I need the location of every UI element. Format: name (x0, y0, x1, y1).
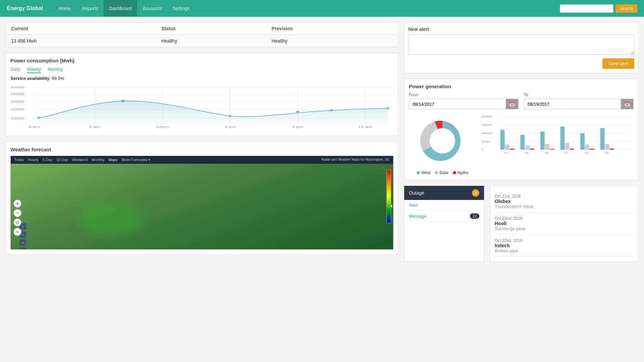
send-alert-button[interactable]: Send alert (602, 58, 634, 69)
svg-text:5000: 5000 (481, 140, 490, 143)
map-locate[interactable]: ⊙ (13, 218, 21, 226)
gen-charts-row: Wind Solar Hydro (409, 114, 634, 175)
to-calendar-button[interactable]: 📅 (621, 99, 633, 109)
svg-text:12 am: 12 am (358, 125, 372, 128)
search-input[interactable] (560, 4, 613, 13)
tab-daily[interactable]: Daily (10, 67, 20, 73)
message-count-badge: 12 (470, 213, 479, 219)
notif-date-0: Oct 21st, 2016 (495, 194, 634, 199)
cell-prevision: Healthy (266, 35, 398, 47)
bar-hydro-17 (570, 149, 574, 150)
date-range-row: From 📅 To 📅 (409, 93, 634, 109)
outage-notifications-row: Outage 3 Alert Message 12 Oct 21st, 2016… (404, 186, 639, 262)
legend-wind: Wind (417, 170, 430, 175)
search-button[interactable]: Search (615, 4, 637, 13)
map-icon-3: 🚗 (19, 239, 26, 246)
weather-map-topbar: Today Hourly 5 Day 10 Day Weekend Monthl… (11, 156, 393, 164)
weather-map-background: Today Hourly 5 Day 10 Day Weekend Monthl… (11, 156, 393, 249)
col-current: Current (6, 22, 156, 35)
bar-wind-14 (500, 130, 505, 150)
new-alert-panel: New alert Send alert (404, 22, 639, 73)
nav-accounts[interactable]: Accounts (137, 0, 167, 17)
tab-monthly[interactable]: Monthly (48, 67, 63, 73)
weather-tab-more[interactable]: More Forecasts ▾ (121, 158, 150, 162)
outage-alert-label: Alert (409, 203, 418, 208)
legend-hydro: Hydro (453, 170, 468, 175)
svg-text:10000: 10000 (481, 132, 492, 135)
notif-item-0: Oct 21st, 2016 Globex Thunderstorm issue (495, 191, 634, 213)
map-zoom-out[interactable]: − (13, 209, 21, 217)
weather-tab-5day[interactable]: 5 Day (43, 158, 52, 162)
donut-legend: Wind Solar Hydro (409, 170, 476, 175)
svg-text:15000: 15000 (481, 123, 492, 126)
map-zoom-in[interactable]: + (13, 200, 21, 208)
svg-text:8 am: 8 am (89, 125, 101, 128)
col-status: Status (156, 22, 266, 35)
svg-text:4 pm: 4 pm (224, 125, 236, 128)
nav-dashboard[interactable]: Dashboard (104, 0, 138, 17)
bar-solar-14 (505, 145, 509, 150)
svg-text:25000: 25000 (10, 92, 24, 96)
from-date-field: From 📅 (409, 93, 519, 109)
nav-settings[interactable]: Settings (167, 0, 195, 17)
temperature-legend (386, 169, 391, 223)
donut-chart (416, 114, 469, 168)
notif-date-2: Oct 22nd, 2016 (495, 238, 634, 243)
weather-title: Weather forecast (10, 147, 393, 152)
temp-legend-label: Lim. (380, 166, 385, 169)
outage-header: Outage 3 (404, 186, 484, 200)
send-alert-row: Send alert (408, 56, 634, 69)
notif-company-1: Hooli (495, 221, 634, 226)
nav-reports[interactable]: Reports (76, 0, 104, 17)
alert-textarea[interactable] (408, 35, 634, 55)
notif-item-2: Oct 22nd, 2016 Initech Broken pipe (495, 235, 634, 257)
weather-tab-weekend[interactable]: Weekend (72, 158, 88, 162)
bar-wind-19 (600, 128, 605, 150)
weather-tab-today[interactable]: Today (14, 158, 24, 162)
outage-count-badge: 3 (472, 189, 479, 197)
weather-tab-hourly[interactable]: Hourly (28, 158, 39, 162)
service-availability: Service availability: 99.5% (10, 76, 393, 81)
weather-tab-maps[interactable]: Maps (109, 158, 118, 162)
svg-text:12pm: 12pm (156, 125, 169, 128)
map-edit[interactable]: ✏ (13, 228, 21, 236)
bar-solar-19 (605, 144, 609, 150)
main-content: Current Status Prevision 13 456 Mwh Heal… (0, 17, 644, 267)
weather-tab-monthly[interactable]: Monthly (92, 158, 105, 162)
notif-company-2: Initech (495, 243, 634, 248)
power-consumption-panel: Power consumption (Mwh) Daily Weekly Mon… (5, 53, 398, 136)
to-label: To (524, 93, 634, 97)
outage-item-alert[interactable]: Alert (404, 200, 484, 211)
to-date-input-wrap: 📅 (524, 99, 634, 109)
power-generation-panel: Power generation From 📅 To 📅 (404, 79, 639, 180)
bar-solar-16 (545, 144, 549, 150)
weather-location: Radar and Weather Maps for Washington, D… (321, 158, 390, 162)
nav-home[interactable]: Home (53, 0, 76, 17)
nav-links: Home Reports Dashboard Accounts Settings (53, 0, 195, 17)
power-generation-title: Power generation (409, 84, 634, 89)
from-label: From (409, 93, 519, 97)
from-calendar-button[interactable]: 📅 (506, 99, 518, 109)
notif-company-0: Globex (495, 199, 634, 204)
svg-text:30000: 30000 (10, 86, 24, 89)
outage-item-message[interactable]: Message 12 (404, 211, 484, 222)
bar-chart: 20000 15000 10000 5000 0 (481, 114, 634, 158)
power-line-chart: 30000 25000 20000 15000 10000 (10, 84, 393, 131)
new-alert-label: New alert (408, 27, 634, 32)
from-date-input[interactable] (409, 99, 506, 109)
notif-date-1: Oct 22nd, 2016 (495, 216, 634, 221)
to-date-input[interactable] (524, 99, 621, 109)
weather-map-controls: + − ⊙ ✏ (13, 173, 21, 236)
donut-chart-wrap: Wind Solar Hydro (409, 114, 476, 175)
navbar: Energy Global Home Reports Dashboard Acc… (0, 0, 644, 17)
weather-tab-10day[interactable]: 10 Day (56, 158, 68, 162)
donut-center (430, 128, 455, 154)
tab-weekly[interactable]: Weekly (27, 67, 41, 73)
svg-text:19: 19 (604, 151, 609, 154)
svg-point-20 (386, 107, 389, 109)
svg-point-17 (228, 115, 232, 117)
svg-text:20000: 20000 (481, 115, 492, 118)
legend-wind-dot (417, 171, 420, 174)
svg-text:4 am: 4 am (29, 125, 40, 128)
left-column: Current Status Prevision 13 456 Mwh Heal… (5, 22, 398, 262)
